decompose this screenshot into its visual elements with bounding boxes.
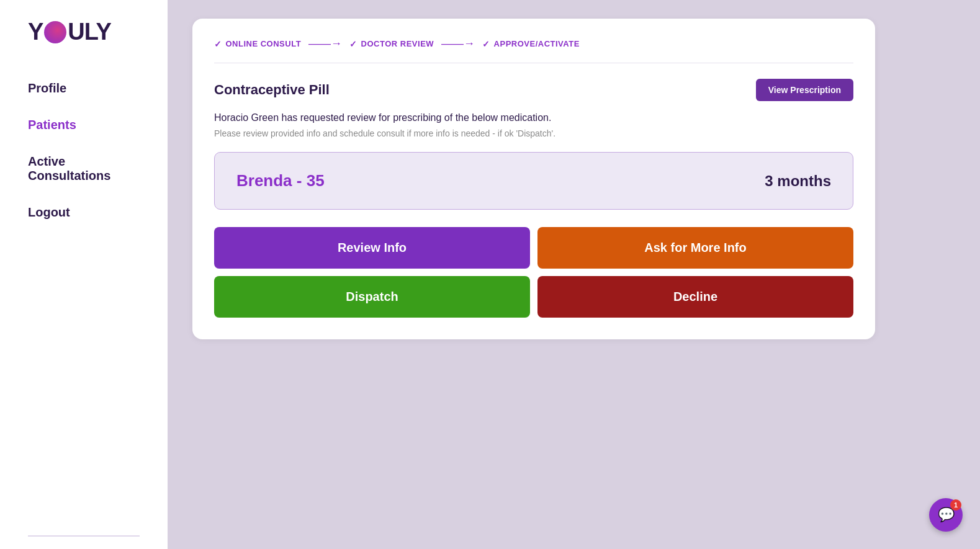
info-sub-text: Please review provided info and schedule… bbox=[214, 128, 853, 138]
check-doctor-review: ✓ bbox=[349, 39, 357, 49]
progress-steps: ✓ ONLINE CONSULT ——→ ✓ DOCTOR REVIEW ——→… bbox=[214, 37, 853, 63]
logo: YULY bbox=[0, 19, 168, 70]
consultation-card: ✓ ONLINE CONSULT ——→ ✓ DOCTOR REVIEW ——→… bbox=[192, 19, 875, 339]
step-approve-activate: ✓ APPROVE/ACTIVATE bbox=[482, 39, 580, 49]
sidebar: YULY Profile Patients Active Consultatio… bbox=[0, 0, 168, 549]
check-approve-activate: ✓ bbox=[482, 39, 490, 49]
sidebar-item-profile[interactable]: Profile bbox=[0, 70, 168, 107]
arrow-2: ——→ bbox=[441, 37, 475, 50]
info-main-text: Horacio Green has requested review for p… bbox=[214, 112, 853, 123]
view-prescription-button[interactable]: View Prescription bbox=[756, 79, 853, 101]
check-online-consult: ✓ bbox=[214, 39, 222, 49]
actions-grid: Review Info Ask for More Info Dispatch D… bbox=[214, 227, 853, 318]
chat-badge: 1 bbox=[950, 499, 961, 511]
card-header: Contraceptive Pill View Prescription bbox=[214, 79, 853, 101]
step-online-consult: ✓ ONLINE CONSULT bbox=[214, 39, 301, 49]
sidebar-item-patients[interactable]: Patients bbox=[0, 107, 168, 143]
sidebar-item-active-consultations[interactable]: Active Consultations bbox=[0, 143, 168, 194]
step-doctor-review: ✓ DOCTOR REVIEW bbox=[349, 39, 434, 49]
card-title: Contraceptive Pill bbox=[214, 82, 330, 98]
step-label-doctor-review: DOCTOR REVIEW bbox=[361, 39, 434, 48]
step-label-approve-activate: APPROVE/ACTIVATE bbox=[494, 39, 580, 48]
main-content: ✓ ONLINE CONSULT ——→ ✓ DOCTOR REVIEW ——→… bbox=[168, 0, 980, 549]
review-info-button[interactable]: Review Info bbox=[214, 227, 530, 269]
step-label-online-consult: ONLINE CONSULT bbox=[226, 39, 302, 48]
logo-text-y: Y bbox=[28, 19, 43, 45]
chat-bubble-button[interactable]: 💬 1 bbox=[929, 498, 963, 532]
patient-card: Brenda - 35 3 months bbox=[214, 152, 853, 210]
sidebar-nav: Profile Patients Active Consultations Lo… bbox=[0, 70, 168, 535]
sidebar-item-logout[interactable]: Logout bbox=[0, 194, 168, 231]
patient-duration: 3 months bbox=[765, 172, 831, 190]
logo-icon bbox=[44, 21, 66, 43]
arrow-1: ——→ bbox=[308, 37, 342, 50]
sidebar-divider bbox=[28, 535, 140, 537]
decline-button[interactable]: Decline bbox=[537, 276, 853, 318]
patient-name: Brenda - 35 bbox=[236, 171, 325, 190]
logo-text-uly: ULY bbox=[68, 19, 111, 45]
ask-more-info-button[interactable]: Ask for More Info bbox=[537, 227, 853, 269]
dispatch-button[interactable]: Dispatch bbox=[214, 276, 530, 318]
